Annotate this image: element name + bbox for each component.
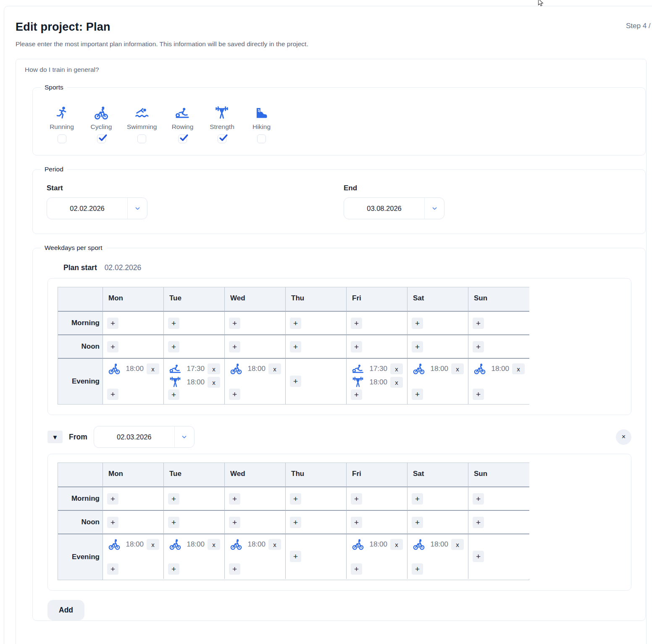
session-entry: 18:00x	[107, 538, 162, 551]
add-session-button[interactable]: +	[473, 318, 484, 329]
add-session-button[interactable]: +	[168, 341, 179, 352]
slot-cell-wed-noon: +	[225, 511, 286, 534]
remove-session-button[interactable]: x	[208, 377, 220, 388]
add-session-button[interactable]: +	[168, 517, 179, 528]
add-session-button[interactable]: +	[473, 551, 484, 562]
remove-session-button[interactable]: x	[390, 539, 403, 550]
cycling-icon	[412, 538, 426, 551]
end-date-select[interactable]: 03.08.2026	[344, 197, 444, 219]
session-entry: 18:00x	[412, 363, 466, 375]
cycling-checkbox[interactable]	[97, 134, 106, 143]
slot-cell-sat-noon: +	[408, 511, 468, 534]
strength-icon	[351, 376, 365, 389]
add-session-button[interactable]: +	[229, 341, 240, 352]
add-session-button[interactable]: +	[412, 517, 423, 528]
slot-cell-tue-noon: +	[164, 511, 225, 534]
add-session-button[interactable]: +	[107, 389, 118, 400]
add-session-button[interactable]: +	[107, 341, 118, 352]
remove-session-button[interactable]: x	[390, 377, 403, 388]
add-session-button[interactable]: +	[290, 318, 301, 329]
add-session-button[interactable]: +	[412, 563, 423, 575]
add-session-button[interactable]: +	[168, 563, 179, 575]
add-session-button[interactable]: +	[412, 493, 423, 505]
add-session-button[interactable]: +	[107, 318, 118, 329]
remove-session-button[interactable]: x	[147, 539, 159, 550]
remove-session-button[interactable]: x	[208, 539, 220, 550]
add-session-button[interactable]: +	[229, 563, 240, 575]
sport-item-hiking: Hiking	[247, 105, 275, 143]
add-session-button[interactable]: +	[412, 318, 423, 329]
add-session-button[interactable]: +	[290, 551, 301, 562]
add-session-button[interactable]: +	[229, 517, 240, 528]
remove-session-button[interactable]: x	[268, 363, 281, 374]
add-session-button[interactable]: +	[229, 318, 240, 329]
slot-cell-mon-noon: +	[103, 511, 164, 534]
add-session-button[interactable]: +	[290, 376, 301, 387]
add-session-button[interactable]: +	[107, 517, 118, 528]
add-session-button[interactable]: +	[351, 493, 362, 505]
add-button[interactable]: Add	[47, 600, 84, 620]
add-session-button[interactable]: +	[107, 493, 118, 505]
add-session-button[interactable]: +	[412, 389, 423, 400]
add-session-button[interactable]: +	[229, 493, 240, 505]
day-header-wed: Wed	[225, 287, 286, 312]
session-time: 18:00	[124, 365, 144, 373]
session-entry: 18:00x	[229, 363, 284, 375]
sports-legend: Sports	[41, 84, 67, 91]
remove-from-block-button[interactable]: ×	[616, 429, 631, 445]
session-time: 18:00	[368, 540, 387, 549]
add-session-button[interactable]: +	[168, 389, 179, 400]
remove-session-button[interactable]: x	[512, 363, 525, 374]
edit-project-card: Edit project: Plan Step 4 / Please enter…	[4, 6, 652, 644]
slot-cell-fri-morning: +	[347, 312, 408, 335]
add-session-button[interactable]: +	[473, 341, 484, 352]
remove-session-button[interactable]: x	[390, 363, 403, 374]
slot-cell-fri-noon: +	[347, 511, 408, 534]
session-entry: 18:00x	[412, 538, 466, 551]
add-session-button[interactable]: +	[168, 318, 179, 329]
swimming-checkbox[interactable]	[137, 134, 146, 143]
remove-session-button[interactable]: x	[268, 539, 281, 550]
add-session-button[interactable]: +	[290, 493, 301, 505]
plan-start-row: Plan start 02.02.2026	[63, 263, 645, 272]
running-checkbox[interactable]	[58, 134, 66, 143]
remove-session-button[interactable]: x	[147, 363, 159, 374]
from-date-select[interactable]: 02.03.2026	[94, 426, 195, 448]
add-session-button[interactable]: +	[351, 318, 362, 329]
session-entry: 18:00x	[473, 363, 528, 375]
collapse-toggle-button[interactable]: ▼	[47, 431, 63, 443]
cycling-icon	[107, 363, 121, 375]
add-session-button[interactable]: +	[473, 493, 484, 505]
add-session-button[interactable]: +	[351, 341, 362, 352]
add-session-button[interactable]: +	[351, 517, 362, 528]
add-session-button[interactable]: +	[351, 389, 362, 400]
start-date-select[interactable]: 02.02.2026	[47, 197, 147, 219]
add-session-button[interactable]: +	[473, 517, 484, 528]
session-time: 18:00	[124, 540, 144, 549]
add-session-button[interactable]: +	[290, 341, 301, 352]
remove-session-button[interactable]: x	[451, 363, 464, 374]
rowing-checkbox[interactable]	[178, 134, 187, 143]
hiking-checkbox[interactable]	[257, 134, 266, 143]
slot-cell-sat-morning: +	[408, 312, 468, 335]
add-session-button[interactable]: +	[107, 563, 118, 575]
add-session-button[interactable]: +	[290, 517, 301, 528]
session-time: 17:30	[185, 365, 205, 373]
add-session-button[interactable]: +	[229, 389, 240, 400]
slot-cell-thu-morning: +	[286, 487, 347, 511]
cycling-icon	[229, 538, 243, 551]
day-header-sat: Sat	[408, 287, 468, 312]
add-session-button[interactable]: +	[168, 493, 179, 505]
slot-cell-mon-morning: +	[103, 312, 164, 335]
strength-checkbox[interactable]	[218, 134, 226, 143]
cycling-icon	[473, 363, 487, 375]
chevron-down-icon	[128, 205, 147, 212]
add-session-button[interactable]: +	[351, 563, 362, 575]
slot-cell-thu-evening: +	[286, 359, 347, 404]
remove-session-button[interactable]: x	[208, 363, 220, 374]
add-session-button[interactable]: +	[473, 389, 484, 400]
cycling-icon	[229, 363, 243, 375]
period-legend: Period	[41, 166, 67, 173]
remove-session-button[interactable]: x	[451, 539, 464, 550]
add-session-button[interactable]: +	[412, 341, 423, 352]
